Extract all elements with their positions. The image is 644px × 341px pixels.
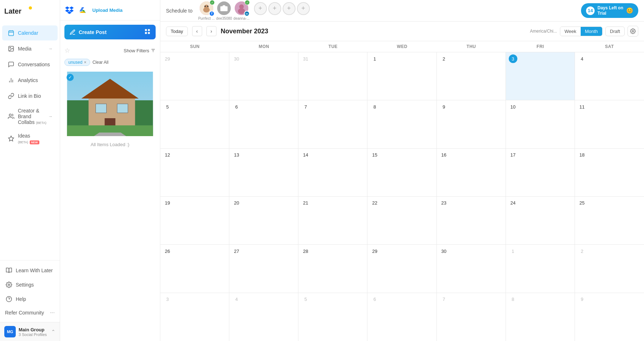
media-item[interactable]: ✓ xyxy=(64,72,156,138)
cal-cell-nov21[interactable]: 21 xyxy=(298,197,367,244)
cal-cell-nov6[interactable]: 6 xyxy=(229,100,298,148)
sidebar-item-settings[interactable]: Settings xyxy=(0,278,60,292)
cal-cell-nov12[interactable]: 12 xyxy=(160,149,229,196)
today-button[interactable]: Today xyxy=(166,27,188,36)
cal-cell-dec2[interactable]: 2 xyxy=(575,245,644,292)
week-view-button[interactable]: Week xyxy=(560,27,581,36)
community-label: Community xyxy=(19,310,44,316)
cal-cell-nov2[interactable]: 2 xyxy=(437,52,506,100)
cal-cell-nov29[interactable]: 29 xyxy=(367,245,436,292)
cal-cell-dec5[interactable]: 5 xyxy=(298,293,367,341)
trial-text: Days Left on Trial xyxy=(597,5,623,16)
cal-cell-oct30[interactable]: 30 xyxy=(229,52,298,100)
cal-cell-nov22[interactable]: 22 xyxy=(367,197,436,244)
plus-grid-icon xyxy=(144,28,151,36)
workspace-sub: 3 Social Profiles xyxy=(19,332,50,337)
calendar-settings-button[interactable] xyxy=(628,26,638,37)
add-profile-button-4[interactable]: + xyxy=(297,2,310,15)
cal-cell-dec9[interactable]: 9 xyxy=(575,293,644,341)
create-post-button[interactable]: Create Post xyxy=(64,25,156,39)
view-toggle: Week Month xyxy=(560,27,602,36)
sidebar-item-calendar[interactable]: Calendar xyxy=(2,25,58,40)
cal-cell-nov15[interactable]: 15 xyxy=(367,149,436,196)
workspace-chevron-icon: ⌃ xyxy=(51,329,55,335)
svg-text:Later: Later xyxy=(4,7,21,15)
sidebar-item-analytics[interactable]: Analytics xyxy=(2,73,58,88)
add-profile-button-2[interactable]: + xyxy=(268,2,281,15)
cal-cell-nov27[interactable]: 27 xyxy=(229,245,298,292)
sidebar-item-creator-brand-collabs[interactable]: Creator & Brand Collabs (BETA) → xyxy=(2,104,58,129)
media-panel: Upload Media Create Post ☆ Show Filters … xyxy=(60,0,160,341)
cal-cell-dec7[interactable]: 7 xyxy=(437,293,506,341)
trial-badge[interactable]: 14 Days Left on Trial 😊 xyxy=(581,3,638,18)
help-label: Help xyxy=(16,296,26,302)
cal-cell-oct29[interactable]: 29 xyxy=(160,52,229,100)
sidebar-item-label: Media xyxy=(18,46,31,52)
media-panel-top: Upload Media xyxy=(60,0,160,20)
cal-cell-nov8[interactable]: 8 xyxy=(367,100,436,148)
add-profile-button-1[interactable]: + xyxy=(254,2,267,15)
cal-cell-nov13[interactable]: 13 xyxy=(229,149,298,196)
cal-cell-nov14[interactable]: 14 xyxy=(298,149,367,196)
clear-all-button[interactable]: Clear All xyxy=(92,60,108,65)
cal-cell-nov26[interactable]: 26 xyxy=(160,245,229,292)
show-filters-button[interactable]: Show Filters xyxy=(123,48,156,53)
dropbox-icon[interactable] xyxy=(64,5,74,15)
cal-cell-nov10[interactable]: 10 xyxy=(506,100,575,148)
cal-cell-nov3[interactable]: 3 xyxy=(506,52,575,100)
sidebar-item-learn-with-later[interactable]: Learn With Later xyxy=(0,263,60,278)
cal-week-4: 19 20 21 22 23 24 25 xyxy=(160,197,644,245)
draft-view-button[interactable]: Draft xyxy=(605,27,625,36)
add-profile-button-3[interactable]: + xyxy=(283,2,296,15)
cal-cell-nov19[interactable]: 19 xyxy=(160,197,229,244)
svg-point-34 xyxy=(204,5,209,9)
svg-point-7 xyxy=(10,47,10,48)
schedule-to-label: Schedule to xyxy=(166,8,192,14)
cal-cell-nov23[interactable]: 23 xyxy=(437,197,506,244)
cal-cell-dec6[interactable]: 6 xyxy=(367,293,436,341)
star-icon[interactable]: ☆ xyxy=(64,47,70,54)
cal-cell-oct31[interactable]: 31 xyxy=(298,52,367,100)
cal-cell-dec4[interactable]: 4 xyxy=(229,293,298,341)
media-selected-badge: ✓ xyxy=(67,74,74,81)
cal-cell-nov17[interactable]: 17 xyxy=(506,149,575,196)
cal-cell-nov25[interactable]: 25 xyxy=(575,197,644,244)
cal-cell-nov11[interactable]: 11 xyxy=(575,100,644,148)
next-month-button[interactable]: › xyxy=(206,26,216,36)
cal-cell-nov28[interactable]: 28 xyxy=(298,245,367,292)
cal-cell-nov4[interactable]: 4 xyxy=(575,52,644,100)
svg-point-39 xyxy=(239,4,244,9)
cal-cell-dec3[interactable]: 3 xyxy=(160,293,229,341)
refer-community-row[interactable]: Refer Community ··· xyxy=(0,306,60,319)
sidebar-item-link-in-bio[interactable]: Link in Bio xyxy=(2,88,58,104)
avatar-dee[interactable] xyxy=(216,1,231,16)
cal-cell-nov5[interactable]: 5 xyxy=(160,100,229,148)
workspace-footer[interactable]: MG Main Group 3 Social Profiles ⌃ xyxy=(0,322,60,341)
sidebar-item-help[interactable]: Help xyxy=(0,292,60,306)
cal-cell-dec8[interactable]: 8 xyxy=(506,293,575,341)
prev-month-button[interactable]: ‹ xyxy=(192,26,202,36)
cal-cell-nov18[interactable]: 18 xyxy=(575,149,644,196)
cal-cell-nov24[interactable]: 24 xyxy=(506,197,575,244)
cal-cell-nov7[interactable]: 7 xyxy=(298,100,367,148)
cal-cell-dec1[interactable]: 1 xyxy=(506,245,575,292)
cal-cell-nov16[interactable]: 16 xyxy=(437,149,506,196)
sidebar-item-ideas[interactable]: Ideas (BETA)NEW xyxy=(2,129,58,148)
remove-filter-button[interactable]: × xyxy=(84,60,86,65)
avatar-deanna[interactable]: in ✓ xyxy=(234,1,249,16)
cal-week-6: 3 4 5 6 7 8 9 xyxy=(160,293,644,341)
cal-cell-nov9[interactable]: 9 xyxy=(437,100,506,148)
upload-media-button[interactable]: Upload Media xyxy=(92,8,123,13)
google-drive-icon[interactable] xyxy=(78,5,88,15)
month-view-button[interactable]: Month xyxy=(581,27,602,36)
logo[interactable]: Later xyxy=(0,0,60,22)
sidebar-bottom: Learn With Later Settings Help Refer Com… xyxy=(0,260,60,322)
svg-point-11 xyxy=(9,114,11,116)
cal-cell-nov1[interactable]: 1 xyxy=(367,52,436,100)
avatar-purrfect[interactable]: f ✓ xyxy=(199,1,214,16)
cal-cell-nov20[interactable]: 20 xyxy=(229,197,298,244)
refer-dots-icon[interactable]: ··· xyxy=(50,309,55,316)
sidebar-item-media[interactable]: Media → xyxy=(2,41,58,56)
cal-cell-nov30[interactable]: 30 xyxy=(437,245,506,292)
sidebar-item-conversations[interactable]: Conversations xyxy=(2,57,58,72)
